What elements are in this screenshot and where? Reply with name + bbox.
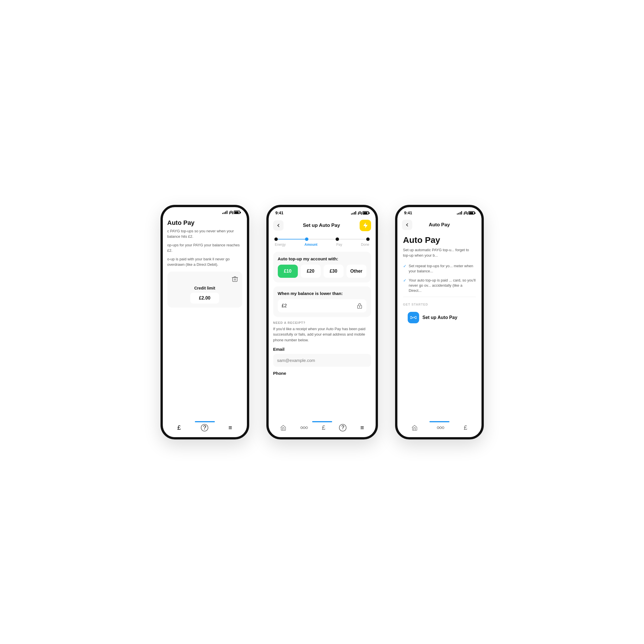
right-header: Auto Pay [397,217,481,233]
center-time: 9:41 [276,211,284,215]
right-nav-indicator [429,421,449,422]
right-nav-bar: £ [402,424,477,431]
left-text2: op-ups for your PAYG your balance reache… [163,242,247,253]
stepper-dots [274,237,370,241]
right-signal-icon [457,211,462,215]
right-content: Auto Pay Set up automatic PAYG top-u... … [397,233,481,421]
credit-amount: £2.00 [190,293,219,304]
amount-btn-30[interactable]: £30 [324,265,344,278]
setup-autopay-button[interactable]: Set up Auto Pay [403,308,476,327]
stepper: Energy Amount Pay Done [269,234,376,248]
svg-point-3 [301,427,303,429]
left-nav-menu[interactable]: ≡ [228,424,232,431]
left-nav-payments[interactable]: £ [177,424,181,431]
center-status-icons [351,211,369,215]
center-nav-bar: £ ? ≡ [273,424,371,431]
center-nav-menu[interactable]: ≡ [360,424,364,431]
right-phone: 9:41 Auto Pay Auto Pay Set up automatic [395,205,484,439]
right-nav-payments[interactable]: £ [464,424,467,431]
delete-button[interactable] [231,276,238,284]
step-label-pay: Pay [336,243,342,247]
check-icon-2: ✓ [403,278,407,283]
center-phone: 9:41 Set up Auto Pay [266,205,378,439]
right-status-bar: 9:41 [397,207,481,217]
lock-icon [357,303,362,309]
balance-input-row[interactable]: £2 [278,299,366,312]
left-nav-help[interactable]: ? [201,424,208,431]
left-nav-indicator [195,421,215,422]
signal-icon [222,211,227,214]
stepper-labels: Energy Amount Pay Done [274,243,370,247]
check-item-2: ✓ Your auto top-up is paid ... card, so … [397,277,481,295]
svg-point-4 [303,427,305,429]
right-back-button[interactable] [402,220,412,230]
center-content: Auto top-up my account with: £10 £20 £30… [269,248,376,421]
email-input[interactable] [273,354,371,367]
svg-point-5 [306,427,308,429]
receipt-section: NEED A RECEIPT? If you'd like a receipt … [273,321,371,381]
amount-btn-20[interactable]: £20 [301,265,321,278]
wifi-icon [229,211,233,214]
right-bottom-nav: £ [397,421,481,437]
step-dot-1 [274,237,278,241]
credit-limit-card: Credit limit £2.00 [167,272,242,308]
step-dot-4 [366,237,370,241]
step-line-1 [278,239,305,239]
center-header: Set up Auto Pay [269,217,376,234]
center-wifi-icon [357,211,361,214]
amount-card: Auto top-up my account with: £10 £20 £30… [273,252,371,282]
svg-point-8 [437,427,439,429]
center-battery-icon [362,211,369,215]
center-nav-payments[interactable]: £ [322,424,325,431]
amount-btn-10[interactable]: £10 [278,265,298,278]
amount-options: £10 £20 £30 Other [278,265,366,278]
left-status-bar [163,207,247,216]
phone-label: Phone [273,371,371,376]
svg-point-10 [442,427,444,429]
left-nav-bar: £ ? ≡ [167,424,242,431]
center-bottom-nav: £ ? ≡ [269,421,376,437]
center-status-bar: 9:41 [269,207,376,217]
svg-point-2 [359,306,360,307]
right-status-icons [457,211,475,215]
center-nav-indicator [312,421,332,422]
left-status-icons [222,211,240,214]
check-item-1: ✓ Set repeat top-ups for yo... meter whe… [397,262,481,275]
battery-icon [234,211,240,214]
right-wifi-icon [463,211,467,214]
back-arrow-icon [277,224,280,227]
balance-value: £2 [282,303,287,308]
right-desc: Set up automatic PAYG top-u... forget to… [397,247,481,258]
center-signal-icon [351,211,356,215]
center-nav-usage[interactable] [300,425,308,430]
center-nav-home[interactable] [280,425,286,431]
divider [403,297,476,297]
step-dot-3 [336,237,339,241]
left-text1: c PAYG top-ups so you never when your ba… [163,228,247,239]
step-label-amount: Amount [304,243,317,247]
step-label-done: Done [361,243,369,247]
right-nav-home[interactable] [411,425,418,431]
receipt-desc: If you'd like a receipt when your Auto P… [273,326,371,343]
flash-button[interactable] [360,220,371,231]
left-content: c PAYG top-ups so you never when your ba… [163,228,247,421]
left-text3: o-up is paid with your bank ll never go … [163,256,247,267]
check-text-1: Set repeat top-ups for yo... meter when … [409,263,476,274]
left-bottom-nav: £ ? ≡ [163,421,247,437]
balance-card: When my balance is lower than: £2 [273,286,371,317]
balance-card-title: When my balance is lower than: [278,291,366,296]
right-header-title: Auto Pay [429,222,450,228]
right-back-arrow-icon [406,223,409,226]
left-page-title: Auto Pay [163,216,247,228]
svg-rect-0 [233,278,237,282]
setup-btn-label: Set up Auto Pay [423,315,457,320]
receipt-title: NEED A RECEIPT? [273,321,371,324]
check-icon-1: ✓ [403,264,407,268]
center-nav-help[interactable]: ? [339,424,346,431]
back-button[interactable] [273,220,284,231]
amount-btn-other[interactable]: Other [346,265,366,278]
infinity-icon [408,312,419,323]
right-time: 9:41 [404,211,412,215]
step-line-2 [308,239,336,239]
right-nav-usage[interactable] [437,425,445,430]
